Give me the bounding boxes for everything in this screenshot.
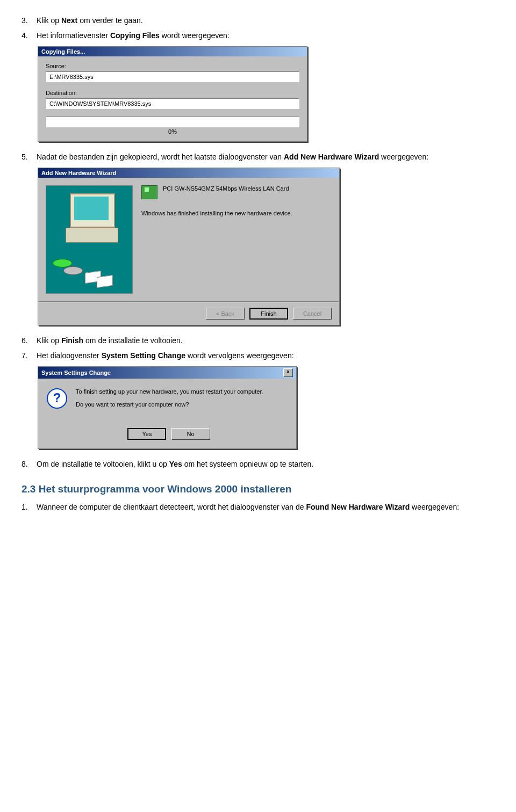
step-text: Wanneer de computer de clientkaart detec… bbox=[37, 503, 494, 511]
text-bold: System Setting Change bbox=[102, 351, 185, 360]
message-body: ? To finish setting up your new hardware… bbox=[38, 379, 296, 424]
progress-percent: 0% bbox=[46, 128, 299, 135]
wizard-message: Windows has finished installing the new … bbox=[141, 210, 332, 216]
dest-value: C:\WINDOWS\SYSTEM\MRV8335.sys bbox=[46, 98, 299, 109]
message-line-2: Do you want to restart your computer now… bbox=[76, 401, 263, 408]
message-buttons: Yes No bbox=[38, 424, 296, 448]
titlebar: Copying Files... bbox=[38, 47, 307, 56]
titlebar: Add New Hardware Wizard bbox=[38, 168, 339, 178]
hardware-wizard-dialog: Add New Hardware Wizard PCI GW-NS54GMZ 5… bbox=[38, 168, 340, 325]
wizard-content: PCI GW-NS54GMZ 54Mbps Wireless LAN Card … bbox=[141, 185, 332, 294]
text-bold: Found New Hardware Wizard bbox=[306, 503, 410, 511]
message-text: To finish setting up your new hardware, … bbox=[76, 388, 263, 414]
text-bold: Yes bbox=[169, 460, 182, 468]
close-icon[interactable]: × bbox=[283, 368, 293, 377]
dest-label: Destination: bbox=[46, 90, 299, 96]
step-7: 7. Het dialoogvenster System Setting Cha… bbox=[22, 351, 494, 360]
text-bold: Next bbox=[61, 16, 77, 25]
step-4: 4. Het informatievenster Copying Files w… bbox=[22, 31, 494, 40]
dialog-title: Add New Hardware Wizard bbox=[41, 170, 116, 176]
step-num: 7. bbox=[22, 351, 37, 360]
source-value: E:\MRV8335.sys bbox=[46, 71, 299, 82]
step-text: Nadat de bestanden zijn gekopieerd, word… bbox=[37, 153, 494, 161]
device-row: PCI GW-NS54GMZ 54Mbps Wireless LAN Card bbox=[141, 185, 332, 199]
copying-files-dialog: Copying Files... Source: E:\MRV8335.sys … bbox=[38, 46, 307, 142]
system-settings-change-dialog: System Settings Change × ? To finish set… bbox=[38, 366, 297, 449]
text-bold: Add New Hardware Wizard bbox=[284, 153, 379, 161]
step-text: Het dialoogvenster System Setting Change… bbox=[37, 351, 494, 360]
text-post: weergegeven: bbox=[410, 503, 459, 511]
source-label: Source: bbox=[46, 63, 299, 69]
text-pre: Klik op bbox=[37, 336, 61, 345]
text-pre: Het dialoogvenster bbox=[37, 351, 102, 360]
message-line-1: To finish setting up your new hardware, … bbox=[76, 388, 263, 395]
wizard-body: PCI GW-NS54GMZ 54Mbps Wireless LAN Card … bbox=[38, 178, 339, 301]
step-text: Het informatievenster Copying Files word… bbox=[37, 31, 494, 40]
yes-button[interactable]: Yes bbox=[127, 428, 166, 440]
network-card-icon bbox=[141, 185, 157, 199]
step-text: Klik op Next om verder te gaan. bbox=[37, 16, 494, 25]
step-num: 8. bbox=[22, 460, 37, 468]
wizard-illustration bbox=[46, 185, 133, 294]
text-post: weergegeven: bbox=[379, 153, 428, 161]
step-6: 6. Klik op Finish om de installatie te v… bbox=[22, 336, 494, 345]
step-text: Om de installatie te voltooien, klikt u … bbox=[37, 460, 494, 468]
text-post: om het systeem opnieuw op te starten. bbox=[182, 460, 313, 468]
titlebar: System Settings Change × bbox=[38, 367, 296, 379]
dialog-body: Source: E:\MRV8335.sys Destination: C:\W… bbox=[38, 56, 307, 141]
dialog-title: Copying Files... bbox=[41, 48, 85, 55]
text-post: om verder te gaan. bbox=[77, 16, 142, 25]
step-num: 5. bbox=[22, 153, 37, 161]
text-pre: Wanneer de computer de clientkaart detec… bbox=[37, 503, 306, 511]
text-bold: Copying Files bbox=[110, 31, 160, 40]
step-3: 3. Klik op Next om verder te gaan. bbox=[22, 16, 494, 25]
progress-bar bbox=[46, 117, 299, 127]
question-icon: ? bbox=[47, 388, 67, 409]
finish-button[interactable]: Finish bbox=[249, 308, 288, 320]
text-post: wordt weergegeven: bbox=[160, 31, 230, 40]
section-2-3-step-1: 1. Wanneer de computer de clientkaart de… bbox=[22, 503, 494, 511]
step-8: 8. Om de installatie te voltooien, klikt… bbox=[22, 460, 494, 468]
step-5: 5. Nadat de bestanden zijn gekopieerd, w… bbox=[22, 153, 494, 161]
step-text: Klik op Finish om de installatie te volt… bbox=[37, 336, 494, 345]
no-button[interactable]: No bbox=[171, 428, 210, 440]
section-heading-2-3: 2.3 Het stuurprogramma voor Windows 2000… bbox=[22, 483, 494, 495]
device-name: PCI GW-NS54GMZ 54Mbps Wireless LAN Card bbox=[163, 185, 289, 192]
back-button[interactable]: < Back bbox=[206, 308, 245, 320]
text-pre: Nadat de bestanden zijn gekopieerd, word… bbox=[37, 153, 284, 161]
cancel-button[interactable]: Cancel bbox=[293, 308, 332, 320]
text-post: om de installatie te voltooien. bbox=[83, 336, 182, 345]
step-num: 6. bbox=[22, 336, 37, 345]
text-bold: Finish bbox=[61, 336, 83, 345]
step-num: 1. bbox=[22, 503, 37, 511]
text-post: wordt vervolgens weergegeven: bbox=[185, 351, 294, 360]
text-pre: Het informatievenster bbox=[37, 31, 110, 40]
text-pre: Klik op bbox=[37, 16, 61, 25]
step-num: 3. bbox=[22, 16, 37, 25]
dialog-title: System Settings Change bbox=[41, 369, 111, 376]
step-num: 4. bbox=[22, 31, 37, 40]
button-row: < Back Finish Cancel bbox=[38, 302, 339, 325]
text-pre: Om de installatie te voltooien, klikt u … bbox=[37, 460, 169, 468]
